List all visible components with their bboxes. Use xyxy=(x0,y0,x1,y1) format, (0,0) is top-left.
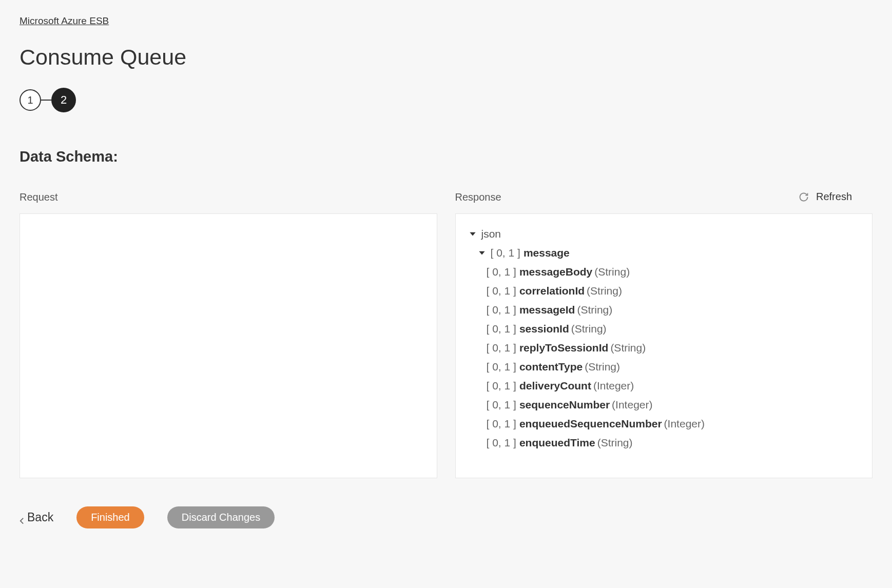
stepper: 1 2 xyxy=(20,88,872,112)
breadcrumb-link[interactable]: Microsoft Azure ESB xyxy=(20,15,109,27)
tree-field[interactable]: [ 0, 1 ]correlationId (String) xyxy=(487,281,860,300)
field-name: contentType xyxy=(519,361,583,372)
field-name: messageId xyxy=(519,304,575,315)
field-type: (String) xyxy=(594,266,630,277)
request-label: Request xyxy=(20,191,437,203)
field-name: deliveryCount xyxy=(519,380,591,391)
field-name: enqueuedTime xyxy=(519,437,595,448)
field-name: correlationId xyxy=(519,285,585,296)
field-cardinality: [ 0, 1 ] xyxy=(487,323,516,334)
field-type: (Integer) xyxy=(593,380,634,391)
field-type: (String) xyxy=(571,323,607,334)
field-name: sequenceNumber xyxy=(519,399,610,410)
tree-root-label: json xyxy=(481,228,501,239)
field-cardinality: [ 0, 1 ] xyxy=(487,399,516,410)
field-type: (Integer) xyxy=(664,418,705,429)
field-type: (Integer) xyxy=(612,399,652,410)
tree-field[interactable]: [ 0, 1 ]messageBody (String) xyxy=(487,262,860,281)
field-cardinality: [ 0, 1 ] xyxy=(487,361,516,372)
field-type: (String) xyxy=(585,361,620,372)
field-cardinality: [ 0, 1 ] xyxy=(487,437,516,448)
request-panel xyxy=(20,213,437,478)
tree-field[interactable]: [ 0, 1 ]messageId (String) xyxy=(487,300,860,319)
section-title: Data Schema: xyxy=(20,148,872,165)
field-name: replyToSessionId xyxy=(519,342,609,353)
tree-field[interactable]: [ 0, 1 ]deliveryCount (Integer) xyxy=(487,376,860,395)
response-panel: json [ 0, 1 ] message [ 0, 1 ]messageBod… xyxy=(455,213,873,478)
chevron-down-icon xyxy=(468,229,477,239)
field-cardinality: [ 0, 1 ] xyxy=(487,266,516,277)
field-name: sessionId xyxy=(519,323,569,334)
field-name: enqueuedSequenceNumber xyxy=(519,418,662,429)
step-2[interactable]: 2 xyxy=(51,88,76,112)
field-name: message xyxy=(523,247,570,258)
field-cardinality: [ 0, 1 ] xyxy=(487,342,516,353)
finished-button[interactable]: Finished xyxy=(76,506,144,528)
field-name: messageBody xyxy=(519,266,592,277)
response-column: Response json [ 0, 1 ] message [ 0, 1 ]m… xyxy=(455,191,873,478)
field-cardinality: [ 0, 1 ] xyxy=(487,285,516,296)
tree-root[interactable]: json xyxy=(468,224,860,243)
tree-field[interactable]: [ 0, 1 ]sequenceNumber (Integer) xyxy=(487,395,860,414)
page-title: Consume Queue xyxy=(20,45,872,70)
field-cardinality: [ 0, 1 ] xyxy=(487,380,516,391)
field-cardinality: [ 0, 1 ] xyxy=(491,247,520,258)
field-type: (String) xyxy=(577,304,612,315)
tree-message[interactable]: [ 0, 1 ] message xyxy=(477,243,860,262)
request-column: Request xyxy=(20,191,437,478)
back-label: Back xyxy=(27,511,53,524)
tree-field[interactable]: [ 0, 1 ]contentType (String) xyxy=(487,357,860,376)
response-label: Response xyxy=(455,191,873,203)
step-connector xyxy=(41,100,51,101)
discard-button[interactable]: Discard Changes xyxy=(167,506,275,528)
tree-field[interactable]: [ 0, 1 ]enqueuedSequenceNumber (Integer) xyxy=(487,414,860,433)
chevron-down-icon xyxy=(477,248,487,258)
back-button[interactable]: Back xyxy=(20,511,53,524)
tree-field[interactable]: [ 0, 1 ]enqueuedTime (String) xyxy=(487,433,860,452)
tree-field[interactable]: [ 0, 1 ]replyToSessionId (String) xyxy=(487,338,860,357)
field-cardinality: [ 0, 1 ] xyxy=(487,418,516,429)
step-1[interactable]: 1 xyxy=(20,89,41,111)
field-type: (String) xyxy=(587,285,622,296)
chevron-left-icon xyxy=(20,514,24,521)
field-cardinality: [ 0, 1 ] xyxy=(487,304,516,315)
tree-field[interactable]: [ 0, 1 ]sessionId (String) xyxy=(487,319,860,338)
field-type: (String) xyxy=(597,437,633,448)
field-type: (String) xyxy=(610,342,646,353)
